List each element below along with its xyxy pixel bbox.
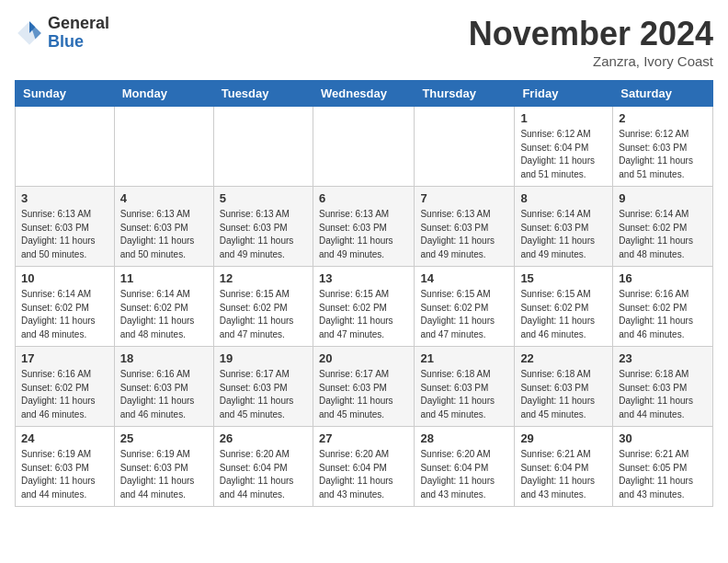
calendar-week-row: 24Sunrise: 6:19 AM Sunset: 6:03 PM Dayli…: [16, 427, 713, 507]
page-header: General Blue November 2024 Zanzra, Ivory…: [15, 15, 713, 69]
calendar-week-row: 17Sunrise: 6:16 AM Sunset: 6:02 PM Dayli…: [16, 347, 713, 427]
calendar-cell: 10Sunrise: 6:14 AM Sunset: 6:02 PM Dayli…: [16, 267, 115, 347]
title-block: November 2024 Zanzra, Ivory Coast: [469, 15, 713, 69]
day-info: Sunrise: 6:14 AM Sunset: 6:02 PM Dayligh…: [21, 288, 108, 341]
day-info: Sunrise: 6:16 AM Sunset: 6:02 PM Dayligh…: [21, 368, 108, 421]
calendar-cell: [16, 107, 115, 187]
day-info: Sunrise: 6:13 AM Sunset: 6:03 PM Dayligh…: [420, 208, 508, 261]
calendar-cell: [114, 107, 213, 187]
day-number: 25: [120, 431, 208, 445]
calendar-cell: 27Sunrise: 6:20 AM Sunset: 6:04 PM Dayli…: [313, 427, 414, 507]
day-info: Sunrise: 6:18 AM Sunset: 6:03 PM Dayligh…: [520, 368, 607, 421]
calendar-cell: 6Sunrise: 6:13 AM Sunset: 6:03 PM Daylig…: [313, 187, 414, 267]
day-info: Sunrise: 6:12 AM Sunset: 6:03 PM Dayligh…: [619, 128, 707, 181]
day-number: 3: [21, 191, 108, 205]
calendar-cell: 3Sunrise: 6:13 AM Sunset: 6:03 PM Daylig…: [16, 187, 115, 267]
day-header-wednesday: Wednesday: [313, 81, 414, 107]
day-number: 29: [520, 431, 607, 445]
day-number: 18: [120, 351, 208, 365]
calendar-cell: 26Sunrise: 6:20 AM Sunset: 6:04 PM Dayli…: [213, 427, 313, 507]
calendar-cell: [213, 107, 313, 187]
calendar-cell: 20Sunrise: 6:17 AM Sunset: 6:03 PM Dayli…: [313, 347, 414, 427]
day-number: 22: [520, 351, 607, 365]
calendar-cell: 11Sunrise: 6:14 AM Sunset: 6:02 PM Dayli…: [114, 267, 213, 347]
day-number: 9: [619, 191, 707, 205]
calendar-week-row: 3Sunrise: 6:13 AM Sunset: 6:03 PM Daylig…: [16, 187, 713, 267]
day-info: Sunrise: 6:14 AM Sunset: 6:02 PM Dayligh…: [619, 208, 707, 261]
logo-blue: Blue: [48, 33, 109, 52]
day-info: Sunrise: 6:19 AM Sunset: 6:03 PM Dayligh…: [21, 448, 108, 501]
day-number: 5: [220, 191, 307, 205]
calendar-cell: 9Sunrise: 6:14 AM Sunset: 6:02 PM Daylig…: [613, 187, 713, 267]
calendar-cell: 15Sunrise: 6:15 AM Sunset: 6:02 PM Dayli…: [515, 267, 613, 347]
day-number: 6: [319, 191, 408, 205]
day-info: Sunrise: 6:15 AM Sunset: 6:02 PM Dayligh…: [520, 288, 607, 341]
calendar-cell: 19Sunrise: 6:17 AM Sunset: 6:03 PM Dayli…: [213, 347, 313, 427]
calendar-cell: 1Sunrise: 6:12 AM Sunset: 6:04 PM Daylig…: [515, 107, 613, 187]
day-number: 7: [420, 191, 508, 205]
calendar-cell: 12Sunrise: 6:15 AM Sunset: 6:02 PM Dayli…: [213, 267, 313, 347]
calendar-cell: 13Sunrise: 6:15 AM Sunset: 6:02 PM Dayli…: [313, 267, 414, 347]
calendar-cell: [313, 107, 414, 187]
day-number: 2: [619, 111, 707, 125]
day-info: Sunrise: 6:18 AM Sunset: 6:03 PM Dayligh…: [420, 368, 508, 421]
day-number: 4: [120, 191, 208, 205]
calendar-cell: 18Sunrise: 6:16 AM Sunset: 6:03 PM Dayli…: [114, 347, 213, 427]
calendar-cell: 16Sunrise: 6:16 AM Sunset: 6:02 PM Dayli…: [613, 267, 713, 347]
day-number: 23: [619, 351, 707, 365]
day-info: Sunrise: 6:20 AM Sunset: 6:04 PM Dayligh…: [319, 448, 408, 501]
calendar-cell: 4Sunrise: 6:13 AM Sunset: 6:03 PM Daylig…: [114, 187, 213, 267]
day-header-tuesday: Tuesday: [213, 81, 313, 107]
day-header-thursday: Thursday: [415, 81, 515, 107]
day-info: Sunrise: 6:21 AM Sunset: 6:04 PM Dayligh…: [520, 448, 607, 501]
day-info: Sunrise: 6:19 AM Sunset: 6:03 PM Dayligh…: [120, 448, 208, 501]
day-info: Sunrise: 6:12 AM Sunset: 6:04 PM Dayligh…: [520, 128, 607, 181]
day-number: 13: [319, 271, 408, 285]
day-number: 24: [21, 431, 108, 445]
day-header-monday: Monday: [114, 81, 213, 107]
day-info: Sunrise: 6:17 AM Sunset: 6:03 PM Dayligh…: [220, 368, 307, 421]
logo-icon: [15, 18, 44, 48]
day-header-friday: Friday: [515, 81, 613, 107]
day-info: Sunrise: 6:13 AM Sunset: 6:03 PM Dayligh…: [120, 208, 208, 261]
calendar-cell: 7Sunrise: 6:13 AM Sunset: 6:03 PM Daylig…: [415, 187, 515, 267]
day-info: Sunrise: 6:16 AM Sunset: 6:02 PM Dayligh…: [619, 288, 707, 341]
calendar-cell: 28Sunrise: 6:20 AM Sunset: 6:04 PM Dayli…: [415, 427, 515, 507]
day-info: Sunrise: 6:16 AM Sunset: 6:03 PM Dayligh…: [120, 368, 208, 421]
day-info: Sunrise: 6:18 AM Sunset: 6:03 PM Dayligh…: [619, 368, 707, 421]
day-number: 17: [21, 351, 108, 365]
calendar-cell: 2Sunrise: 6:12 AM Sunset: 6:03 PM Daylig…: [613, 107, 713, 187]
calendar-cell: 17Sunrise: 6:16 AM Sunset: 6:02 PM Dayli…: [16, 347, 115, 427]
calendar-week-row: 10Sunrise: 6:14 AM Sunset: 6:02 PM Dayli…: [16, 267, 713, 347]
month-title: November 2024: [469, 15, 713, 53]
day-header-sunday: Sunday: [16, 81, 115, 107]
day-number: 8: [520, 191, 607, 205]
calendar-cell: 21Sunrise: 6:18 AM Sunset: 6:03 PM Dayli…: [415, 347, 515, 427]
location: Zanzra, Ivory Coast: [469, 53, 713, 69]
calendar-cell: 5Sunrise: 6:13 AM Sunset: 6:03 PM Daylig…: [213, 187, 313, 267]
calendar-cell: 23Sunrise: 6:18 AM Sunset: 6:03 PM Dayli…: [613, 347, 713, 427]
logo-general: General: [48, 15, 109, 33]
day-number: 11: [120, 271, 208, 285]
day-info: Sunrise: 6:14 AM Sunset: 6:02 PM Dayligh…: [120, 288, 208, 341]
logo: General Blue: [15, 15, 109, 52]
day-number: 27: [319, 431, 408, 445]
calendar-header-row: SundayMondayTuesdayWednesdayThursdayFrid…: [16, 81, 713, 107]
calendar-cell: 25Sunrise: 6:19 AM Sunset: 6:03 PM Dayli…: [114, 427, 213, 507]
calendar-cell: 8Sunrise: 6:14 AM Sunset: 6:03 PM Daylig…: [515, 187, 613, 267]
day-info: Sunrise: 6:17 AM Sunset: 6:03 PM Dayligh…: [319, 368, 408, 421]
calendar-cell: 24Sunrise: 6:19 AM Sunset: 6:03 PM Dayli…: [16, 427, 115, 507]
calendar-cell: 22Sunrise: 6:18 AM Sunset: 6:03 PM Dayli…: [515, 347, 613, 427]
day-number: 19: [220, 351, 307, 365]
day-info: Sunrise: 6:15 AM Sunset: 6:02 PM Dayligh…: [220, 288, 307, 341]
day-info: Sunrise: 6:15 AM Sunset: 6:02 PM Dayligh…: [319, 288, 408, 341]
day-number: 10: [21, 271, 108, 285]
calendar-cell: 14Sunrise: 6:15 AM Sunset: 6:02 PM Dayli…: [415, 267, 515, 347]
day-number: 12: [220, 271, 307, 285]
day-number: 1: [520, 111, 607, 125]
day-info: Sunrise: 6:15 AM Sunset: 6:02 PM Dayligh…: [420, 288, 508, 341]
day-number: 15: [520, 271, 607, 285]
day-info: Sunrise: 6:20 AM Sunset: 6:04 PM Dayligh…: [420, 448, 508, 501]
day-info: Sunrise: 6:21 AM Sunset: 6:05 PM Dayligh…: [619, 448, 707, 501]
day-number: 20: [319, 351, 408, 365]
